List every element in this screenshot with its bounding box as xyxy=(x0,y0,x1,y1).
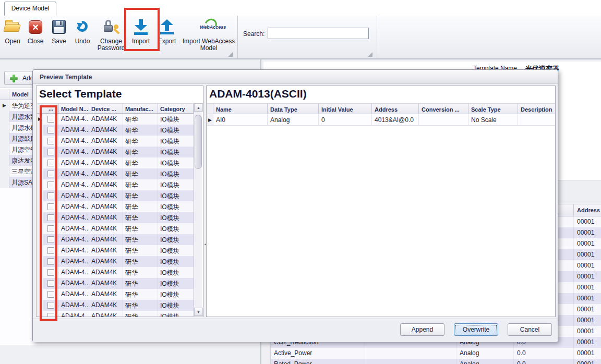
initial-value-column-header[interactable]: Initial Value xyxy=(319,104,372,114)
template-row[interactable]: ADAM-4...ADAM4K研华IO模块 xyxy=(37,136,195,147)
address-cell: 00001 xyxy=(574,282,601,293)
device-column-header[interactable]: Device ... xyxy=(89,104,123,113)
dialog-title-bar[interactable]: Preview Template xyxy=(33,70,558,84)
address-cell: 00001 xyxy=(574,260,601,271)
template-row[interactable]: ADAM-4...ADAM4K研华IO模块 xyxy=(37,289,195,300)
tab-device-model[interactable]: Device Model xyxy=(4,2,56,16)
toolbar-button-undo[interactable]: Undo xyxy=(71,17,94,58)
address-cell: 00001 xyxy=(574,271,601,282)
address-column-header[interactable]: Address xyxy=(574,204,601,216)
data-type-column-header[interactable]: Data Type xyxy=(268,104,319,114)
template-row[interactable]: ADAM-4...ADAM4K研华IO模块 xyxy=(37,212,195,223)
toolbar-divider xyxy=(237,16,238,58)
model-name-cell: ADAM-4... xyxy=(59,201,89,212)
category-cell: IO模块 xyxy=(158,136,194,147)
template-row[interactable]: ADAM-4...ADAM4K研华IO模块 xyxy=(37,190,195,201)
template-table-scrollbar[interactable]: ▲ ▼ xyxy=(194,103,202,316)
model-name-cell: ADAM-4... xyxy=(59,125,89,136)
manufacturer-cell: 研华 xyxy=(123,136,158,147)
model-name-cell: ADAM-4... xyxy=(59,278,89,289)
manufacturer-cell: 研华 xyxy=(123,212,158,223)
row-indicator: ▶ xyxy=(0,100,9,111)
template-row[interactable]: ADAM-4...ADAM4K研华IO模块 xyxy=(37,201,195,212)
preview-template-dialog: Preview Template Select Template ... Mod… xyxy=(32,69,558,342)
template-row[interactable]: ▶ADAM-4...ADAM4K研华IO模块 xyxy=(37,114,195,125)
append-button[interactable]: Append xyxy=(400,323,444,336)
template-row[interactable]: ADAM-4...ADAM4K研华IO模块 xyxy=(37,300,195,311)
device-name-cell: Rated_Power xyxy=(271,359,365,364)
manufacturer-cell: 研华 xyxy=(123,125,158,136)
manufacturer-column-header[interactable]: Manufac... xyxy=(123,104,158,113)
manufacturer-cell: 研华 xyxy=(123,168,158,179)
device-cell: ADAM4K xyxy=(89,190,123,201)
template-row[interactable]: ADAM-4ADAM4K研华IO模块 xyxy=(37,311,195,317)
open-folder-icon xyxy=(4,18,21,36)
template-row[interactable]: ADAM-4...ADAM4K研华IO模块 xyxy=(37,234,195,245)
conversion-column-header[interactable]: Conversion ... xyxy=(419,104,468,114)
conversion-cell xyxy=(419,114,468,125)
row-indicator-header xyxy=(207,104,213,114)
address-column-header[interactable]: Address xyxy=(372,104,419,114)
overwrite-button[interactable]: Overwrite xyxy=(454,323,498,336)
template-row[interactable]: ADAM-4...ADAM4K研华IO模块 xyxy=(37,278,195,289)
annotation-import-button xyxy=(124,8,160,51)
description-cell xyxy=(365,348,456,359)
toolbar-button-change-password[interactable]: Change Password xyxy=(94,17,128,58)
address-cell: 00001 xyxy=(574,304,601,315)
toolbar-divider xyxy=(377,16,377,58)
manufacturer-cell: 研华 xyxy=(123,245,158,256)
device-cell: ADAM4K xyxy=(89,168,123,179)
scroll-down-button[interactable]: ▼ xyxy=(194,308,203,316)
scale-type-cell: No Scale xyxy=(468,114,518,125)
description-column-header[interactable]: Description xyxy=(518,104,556,114)
search-input[interactable] xyxy=(268,28,369,39)
toolbar-button-save[interactable]: Save xyxy=(47,17,70,58)
scroll-up-button[interactable]: ▲ xyxy=(194,103,203,112)
name-cell: AI0 xyxy=(213,114,268,125)
model-name-cell: ADAM-4... xyxy=(59,300,89,311)
row-indicator-header xyxy=(0,89,9,100)
template-row[interactable]: ADAM-4...ADAM4K研华IO模块 xyxy=(37,157,195,168)
scale-type-column-header[interactable]: Scale Type xyxy=(468,104,518,114)
device-name-cell: Active_Power xyxy=(271,348,365,359)
template-row[interactable]: ADAM-4...ADAM4K研华IO模块 xyxy=(37,168,195,179)
category-cell: IO模块 xyxy=(158,125,194,136)
category-column-header[interactable]: Category xyxy=(158,104,194,113)
manufacturer-cell: 研华 xyxy=(123,201,158,212)
row-indicator xyxy=(0,144,9,155)
template-row[interactable]: ADAM-4...ADAM4K研华IO模块 xyxy=(37,267,195,278)
device-cell: ADAM4K xyxy=(89,147,123,157)
device-table-row[interactable]: Rated_PowerAnalog0.000001 xyxy=(263,359,601,364)
toolbar-button-open[interactable]: Open xyxy=(2,17,23,58)
cancel-button[interactable]: Cancel xyxy=(508,323,552,336)
data-type-cell: Analog xyxy=(268,114,319,125)
device-cell: ADAM4K xyxy=(89,311,123,317)
toolbar-button-close[interactable]: ×Close xyxy=(24,17,47,58)
device-cell: ADAM4K xyxy=(89,212,123,223)
category-cell: IO模块 xyxy=(158,179,194,190)
model-name-cell: ADAM-4... xyxy=(59,147,89,157)
template-row[interactable]: ADAM-4...ADAM4K研华IO模块 xyxy=(37,147,195,157)
model-name-column-header[interactable]: Model N... xyxy=(59,104,89,113)
template-row[interactable]: ADAM-4...ADAM4K研华IO模块 xyxy=(37,179,195,190)
scrollbar-thumb[interactable] xyxy=(195,115,202,169)
address-cell: 00001 xyxy=(574,337,601,348)
dialog-footer: AppendOverwriteCancel xyxy=(33,319,558,342)
category-cell: IO模块 xyxy=(158,300,194,311)
toolbar-button-label: Change Password xyxy=(94,38,128,52)
device-table-row[interactable]: Active_PowerAnalog0.000001 xyxy=(263,348,601,359)
change-password-icon xyxy=(102,18,120,36)
name-column-header[interactable]: Name xyxy=(213,104,268,114)
close-icon: × xyxy=(27,18,44,36)
device-cell: ADAM4K xyxy=(89,201,123,212)
template-row[interactable]: ADAM-4...ADAM4K研华IO模块 xyxy=(37,125,195,136)
row-indicator xyxy=(0,177,9,188)
device-cell: ADAM4K xyxy=(89,114,123,125)
row-indicator xyxy=(0,133,9,144)
row-indicator xyxy=(0,155,9,166)
template-row[interactable]: ADAM-4...ADAM4K研华IO模块 xyxy=(37,256,195,267)
model-name-cell: ADAM-4... xyxy=(59,136,89,147)
template-row[interactable]: ADAM-4...ADAM4K研华IO模块 xyxy=(37,245,195,256)
preview-row[interactable]: ▶AI0Analog04013&AI@0.0No Scale xyxy=(207,114,556,126)
template-row[interactable]: ADAM-4...ADAM4K研华IO模块 xyxy=(37,223,195,234)
